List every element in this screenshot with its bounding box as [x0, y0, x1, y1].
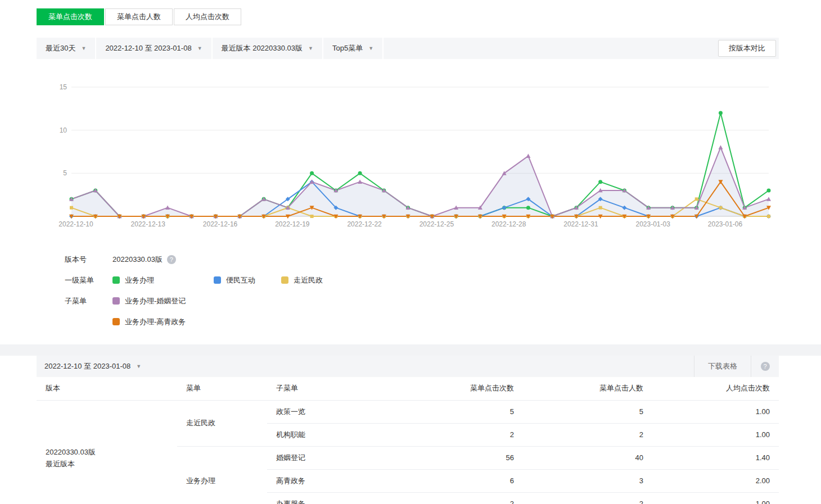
tab-menu-click-count[interactable]: 菜单点击次数: [37, 8, 104, 25]
chevron-down-icon: ▼: [308, 46, 313, 51]
series-line-业务办理-婚姻登记: [71, 147, 769, 216]
y-tick-label: 15: [60, 83, 67, 91]
tab-menu-click-users[interactable]: 菜单点击人数: [105, 8, 173, 25]
legend-item-label: 走近民政: [294, 275, 323, 285]
data-point: [718, 145, 723, 149]
clicks-cell: 2: [396, 423, 523, 446]
users-cell: 2: [523, 492, 652, 504]
y-tick-label: 5: [63, 169, 67, 177]
table-date-range-dropdown[interactable]: 2022-12-10 至 2023-01-08 ▼: [37, 361, 694, 371]
col-menu: 菜单: [177, 377, 267, 400]
clicks-cell: 56: [396, 446, 523, 469]
avg-cell: 1.00: [652, 423, 779, 446]
col-clicks: 菜单点击次数: [396, 377, 523, 400]
x-tick-label: 2022-12-31: [563, 220, 598, 228]
help-icon[interactable]: ?: [761, 362, 770, 371]
table-header-bar: 2022-12-10 至 2023-01-08 ▼ 下载表格 ?: [37, 356, 779, 377]
legend-item-label: 业务办理: [125, 275, 154, 285]
data-point: [767, 215, 770, 218]
data-point: [165, 205, 170, 210]
x-tick-label: 2022-12-19: [275, 220, 310, 228]
version-cell: 20220330.03版 最近版本: [37, 400, 177, 504]
submenu-cell: 高青政务: [267, 469, 396, 492]
menu-cell: 走近民政: [177, 400, 267, 446]
series-color-chip: [214, 276, 221, 284]
legend-primary-label: 一级菜单: [65, 275, 112, 285]
legend-primary-row: 一级菜单 业务办理 便民互动 走近民政: [65, 270, 779, 290]
series-color-chip: [281, 276, 288, 284]
series-line-业务办理: [71, 113, 769, 216]
filter-version[interactable]: 最近版本 20220330.03版 ▼: [213, 38, 323, 59]
data-point: [766, 197, 771, 201]
tab-avg-clicks-per-user[interactable]: 人均点击次数: [174, 8, 241, 25]
compare-by-version-button[interactable]: 按版本对比: [718, 40, 776, 57]
x-tick-label: 2022-12-28: [491, 220, 526, 228]
filter-bar: 最近30天 ▼ 2022-12-10 至 2023-01-08 ▼ 最近版本 2…: [37, 38, 779, 59]
clicks-cell: 5: [396, 400, 523, 423]
series-color-chip: [112, 297, 120, 305]
filter-date-range[interactable]: 2022-12-10 至 2023-01-08 ▼: [96, 38, 212, 59]
legend-version-label: 版本号: [65, 255, 112, 265]
submenu-cell: 机构职能: [267, 423, 396, 446]
menu-cell: 业务办理: [177, 446, 267, 504]
legend-item-bianminhudong: 便民互动: [214, 275, 281, 285]
tab-bar: 菜单点击次数 菜单点击人数 人均点击次数: [37, 8, 821, 25]
avg-cell: 1.40: [652, 446, 779, 469]
table-header-row: 版本 菜单 子菜单 菜单点击次数 菜单点击人数 人均点击次数: [37, 377, 779, 400]
menu-clicks-table: 版本 菜单 子菜单 菜单点击次数 菜单点击人数 人均点击次数 20220330.…: [37, 377, 779, 504]
data-point: [695, 197, 698, 201]
data-point: [526, 153, 530, 158]
col-avg: 人均点击次数: [652, 377, 779, 400]
data-point: [599, 206, 602, 210]
x-tick-label: 2022-12-10: [58, 220, 93, 228]
col-users: 菜单点击人数: [523, 377, 652, 400]
data-point: [310, 215, 314, 218]
filter-range-preset[interactable]: 最近30天 ▼: [37, 38, 96, 59]
legend-item-zoujinminzheng: 走近民政: [281, 275, 323, 285]
help-icon[interactable]: ?: [167, 255, 176, 264]
x-tick-label: 2022-12-25: [419, 220, 454, 228]
legend-sub-row-2: 业务办理-高青政务: [65, 311, 779, 332]
chart-panel: 510152022-12-102022-12-132022-12-162022-…: [37, 59, 779, 337]
clicks-cell: 6: [396, 469, 523, 492]
data-point: [358, 171, 362, 175]
submenu-cell: 办事服务: [267, 492, 396, 504]
x-tick-label: 2023-01-06: [708, 220, 743, 228]
table-row: 20220330.03版 最近版本 走近民政 政策一览 5 5 1.00: [37, 400, 779, 423]
x-tick-label: 2022-12-22: [347, 220, 382, 228]
legend-version-row: 版本号 20220330.03版 ?: [65, 249, 779, 270]
filter-version-label: 最近版本 20220330.03版: [222, 43, 303, 53]
chevron-down-icon: ▼: [368, 46, 373, 51]
chevron-down-icon: ▼: [197, 46, 202, 51]
table-date-range-label: 2022-12-10 至 2023-01-08: [44, 361, 130, 371]
panel-divider: [0, 344, 821, 356]
chevron-down-icon: ▼: [81, 46, 86, 51]
legend-sub-label: 子菜单: [65, 296, 112, 306]
submenu-cell: 婚姻登记: [267, 446, 396, 469]
version-name: 20220330.03版: [46, 446, 168, 458]
legend-version-value: 20220330.03版: [112, 255, 163, 265]
legend-item-label: 便民互动: [226, 275, 255, 285]
filter-date-range-label: 2022-12-10 至 2023-01-08: [105, 43, 191, 53]
data-point: [358, 179, 362, 184]
download-table-button[interactable]: 下载表格: [694, 356, 751, 377]
legend-item-label: 业务办理-婚姻登记: [125, 296, 186, 306]
data-point: [526, 206, 530, 210]
clicks-cell: 2: [396, 492, 523, 504]
x-tick-label: 2022-12-16: [203, 220, 238, 228]
x-tick-label: 2023-01-03: [636, 220, 671, 228]
series-area: [71, 147, 769, 216]
submenu-cell: 政策一览: [267, 400, 396, 423]
data-point: [70, 206, 73, 210]
data-point: [598, 180, 602, 184]
data-point: [310, 171, 314, 175]
table-help-segment: ?: [751, 356, 779, 377]
legend-item-hunyindengji: 业务办理-婚姻登记: [112, 296, 186, 306]
avg-cell: 1.00: [652, 400, 779, 423]
filter-range-preset-label: 最近30天: [46, 43, 75, 53]
legend-item-yewubanli: 业务办理: [112, 275, 214, 285]
data-point: [719, 206, 722, 210]
users-cell: 5: [523, 400, 652, 423]
filter-top-menu[interactable]: Top5菜单 ▼: [323, 38, 384, 59]
avg-cell: 1.00: [652, 492, 779, 504]
